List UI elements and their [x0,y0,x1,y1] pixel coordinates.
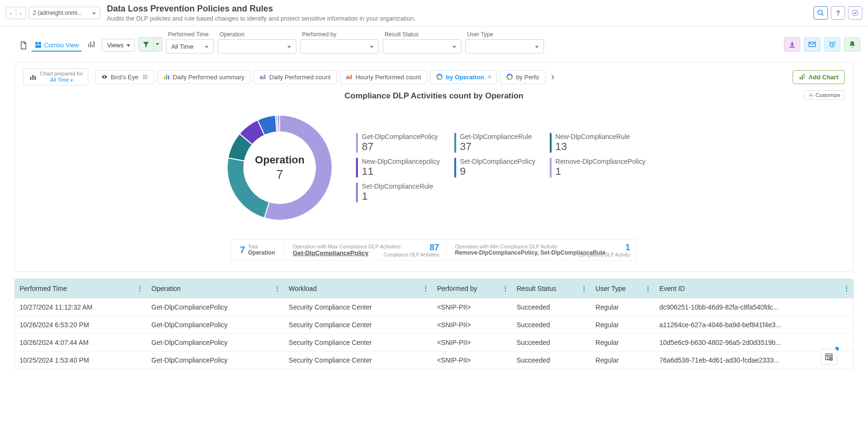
tab-label: Daily Performed summary [173,74,244,81]
legend-color-bar [454,133,456,153]
legend-item[interactable]: New-DlpComplianceRule13 [550,133,646,153]
table-row[interactable]: 10/26/2024 6:53:20 PMGet-DlpCompliancePo… [15,316,853,334]
chart-legend: Get-DlpCompliancePolicy87Get-DlpComplian… [356,133,645,203]
chart-tab-5[interactable]: by Perfo [500,70,545,84]
operation-select[interactable] [218,39,296,54]
result-status-select[interactable] [383,39,461,54]
chart-tab-3[interactable]: Hourly Performed count [340,70,427,84]
filter-performed-by: Performed by [300,31,379,54]
chart-prepared-chip[interactable]: Chart prepared for All Time ▾ [23,68,88,86]
column-menu-icon[interactable]: ⋮ [274,285,280,292]
table-config-button[interactable] [821,349,837,365]
chart-tabs: Chart prepared for All Time ▾ Bird's Eye… [23,68,845,86]
table-cell: Succeeded [512,299,591,316]
svg-rect-19 [265,75,266,79]
alert-button[interactable] [844,37,860,52]
legend-item[interactable]: Remove-DlpCompliancePolicy1 [550,158,646,178]
svg-rect-22 [349,77,350,79]
customize-button[interactable]: Customize [804,90,845,100]
table-cell: Regular [591,334,655,352]
table-cell: Succeeded [512,334,591,352]
column-header[interactable]: Event ID⋮ [655,279,853,299]
tab-icon [346,74,353,80]
table-cell: a11264ce-627a-4046-ba9d-bef841f4e3... [655,316,853,334]
combo-view-label: Combo View [44,42,79,49]
legend-item[interactable]: New-DlpCompliancepolicy11 [356,158,439,178]
tab-label: by Operation [446,74,484,81]
column-menu-icon[interactable]: ⋮ [502,285,508,292]
svg-rect-5 [35,45,41,48]
topbar-actions: ? [814,6,862,20]
table-cell: <SNIP-PII> [432,316,512,334]
legend-color-bar [550,133,552,153]
add-chart-button[interactable]: Add Chart [793,70,845,84]
filter-operation: Operation [218,31,296,54]
column-menu-icon[interactable]: ⋮ [136,285,143,292]
nav-back-button[interactable]: ‹ [6,7,16,19]
toolbar-actions [784,37,860,52]
chart-tab-1[interactable]: Daily Performed summary [157,70,251,84]
combo-view-tab[interactable]: Combo View [31,39,82,52]
close-icon[interactable]: × [488,74,491,80]
email-button[interactable] [804,37,820,52]
column-header[interactable]: Operation⋮ [146,279,283,299]
filter-label: Performed Time [166,31,214,38]
table-cell: Get-DlpCompliancePolicy [146,299,283,316]
table-row[interactable]: 10/27/2024 11:12:32 AMGet-DlpComplianceP… [15,299,853,316]
table-cell: 10/26/2024 6:53:20 PM [15,316,146,334]
chevron-down-icon [156,43,159,46]
user-type-select[interactable] [465,39,544,54]
audit-status-button[interactable] [848,6,862,20]
filter-dropdown-toggle[interactable] [154,37,162,52]
legend-item[interactable]: Set-DlpComplianceRule1 [356,182,439,203]
chart-toggle-icon[interactable] [85,38,98,51]
performed-by-select[interactable] [300,39,379,54]
results-table-panel: Performed Time⋮Operation⋮Workload⋮Perfor… [14,278,854,369]
column-menu-icon[interactable]: ⋮ [581,285,587,292]
summary-max: Operation with Max Compliance DLP Activi… [284,239,446,261]
schedule-button[interactable] [824,37,840,52]
chart-tab-4[interactable]: by Operation × [430,70,497,84]
tenant-dropdown[interactable]: 2 (admeight.onmi... [29,7,100,19]
download-button[interactable] [784,37,800,52]
mail-icon [808,41,816,48]
views-label: Views [107,42,123,49]
help-button[interactable]: ? [831,6,845,20]
chart-tab-2[interactable]: Daily Performed count [253,70,337,84]
performed-time-select[interactable]: All Time [166,39,214,54]
filter-label: Operation [218,31,296,38]
column-menu-icon[interactable]: ⋮ [422,285,429,292]
page-subtitle: Audits the DLP policies and rule based c… [107,15,416,22]
alarm-icon [828,41,836,48]
svg-rect-31 [800,77,801,79]
legend-item[interactable]: Get-DlpComplianceRule37 [454,133,535,153]
column-menu-icon[interactable]: ⋮ [843,285,849,292]
nav-forward-button[interactable]: › [16,7,25,19]
column-header[interactable]: Performed Time⋮ [15,279,146,299]
table-cell: Regular [591,316,655,334]
chart-title-row: Compliance DLP Activities count by Opera… [23,91,845,101]
svg-rect-33 [804,74,805,76]
column-header[interactable]: User Type⋮ [591,279,655,299]
legend-item[interactable]: Get-DlpCompliancePolicy87 [356,133,439,153]
legend-item[interactable]: Set-DlpCompliancePolicy9 [454,158,535,178]
download-icon [788,41,796,48]
svg-rect-20 [346,76,347,79]
column-menu-icon[interactable]: ⋮ [645,285,651,292]
table-cell: dc906251-10bb-46d9-82fa-c8fa540fdc... [655,299,853,316]
tab-icon [163,74,170,80]
column-header[interactable]: Performed by⋮ [432,279,512,299]
tabs-scroll-right[interactable]: › [548,71,557,83]
chart-tab-0[interactable]: Bird's Eye [95,70,154,84]
filter-button[interactable] [138,37,154,52]
page-header: Data Loss Prevention Policies and Rules … [107,4,416,22]
column-header[interactable]: Workload⋮ [284,279,432,299]
table-cell: Regular [591,352,655,369]
svg-point-11 [104,76,105,78]
table-row[interactable]: 10/26/2024 4:07:44 AMGet-DlpCompliancePo… [15,334,853,352]
table-row[interactable]: 10/25/2024 1:53:40 PMGet-DlpCompliancePo… [15,352,853,369]
column-header[interactable]: Result Status⋮ [512,279,591,299]
views-dropdown[interactable]: Views [102,39,134,52]
search-button[interactable] [814,6,828,20]
combo-icon [34,41,42,49]
